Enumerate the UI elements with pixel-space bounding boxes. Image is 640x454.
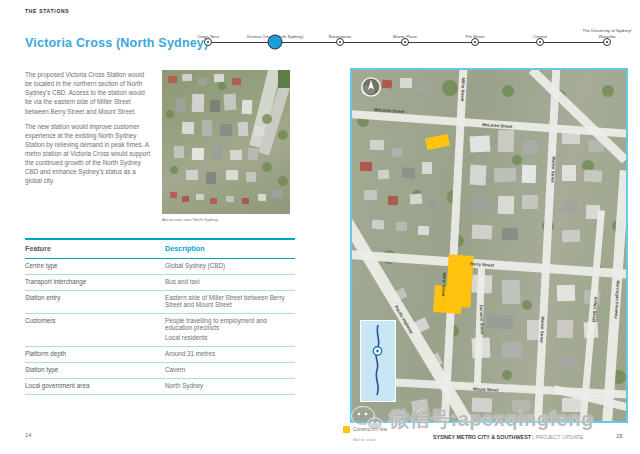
feature-cell: Station type xyxy=(25,366,165,373)
footer-brand: SYDNEY METRO CITY & SOUTHWEST xyxy=(433,434,531,440)
building-block xyxy=(176,98,187,113)
station-marker-icon xyxy=(336,38,344,46)
page-spread: THE STATIONS Victoria Cross (North Sydne… xyxy=(0,0,640,454)
feature-table: Feature Description Centre type Global S… xyxy=(25,238,295,395)
building-block xyxy=(411,399,429,414)
station-marker-icon xyxy=(204,38,212,46)
building-block xyxy=(522,195,538,209)
building-block xyxy=(226,170,238,180)
building-block xyxy=(192,94,205,112)
building-block xyxy=(392,148,403,158)
table-header-row: Feature Description xyxy=(25,238,295,259)
building-block xyxy=(522,140,538,154)
tree-patch xyxy=(278,130,288,140)
tree-patch xyxy=(166,110,174,118)
street-label-miller-north: Miller Street xyxy=(460,77,466,101)
scale-note: Not to scale xyxy=(353,437,376,442)
building-block xyxy=(242,198,249,204)
building-block xyxy=(278,70,290,88)
street-label-arthur: Arthur Street xyxy=(591,296,598,322)
street-label-mount: Mount Street xyxy=(473,386,499,392)
feature-cell: Customers xyxy=(25,317,165,341)
building-block xyxy=(382,79,393,88)
map-canvas: McLaren Street McLaren Street Miller Str… xyxy=(352,70,626,421)
building-block xyxy=(494,168,516,183)
building-block xyxy=(562,230,581,243)
building-block xyxy=(562,398,582,413)
building-block xyxy=(470,135,491,152)
building-block xyxy=(232,78,241,85)
description-cell: People travelling to employment and educ… xyxy=(165,317,295,341)
description-line-2: Local residents xyxy=(165,334,295,341)
section-kicker: THE STATIONS xyxy=(25,8,69,14)
building-block xyxy=(512,400,530,413)
building-block xyxy=(400,78,412,88)
construction-site-north xyxy=(425,134,450,151)
location-map: McLaren Street McLaren Street Miller Str… xyxy=(350,68,628,423)
intro-paragraph-2: The new station would improve customer e… xyxy=(25,122,152,186)
table-row: Local government area North Sydney xyxy=(25,379,295,395)
building-block xyxy=(186,170,198,180)
building-block xyxy=(182,196,189,202)
building-block xyxy=(502,280,521,305)
page-number-right: 15 xyxy=(616,433,623,439)
building-block xyxy=(272,190,282,199)
building-block xyxy=(422,162,432,174)
feature-cell: Centre type xyxy=(25,262,165,269)
feature-cell: Local government area xyxy=(25,382,165,389)
building-block xyxy=(210,100,220,112)
building-block xyxy=(182,74,192,82)
building-block xyxy=(498,130,515,153)
building-block xyxy=(472,397,493,412)
description-cell: Cavern xyxy=(165,366,295,373)
table-header-description: Description xyxy=(165,244,295,253)
building-block xyxy=(370,140,385,151)
building-block xyxy=(223,94,236,111)
tree-patch xyxy=(218,82,226,90)
station-marker-icon xyxy=(471,38,479,46)
building-block xyxy=(562,200,578,213)
building-block xyxy=(238,122,249,137)
tree-patch xyxy=(502,85,514,97)
building-block xyxy=(472,224,493,239)
line-diagram: Crows Nest Victoria Cross (North Sydney)… xyxy=(195,22,635,52)
building-block xyxy=(202,120,213,136)
building-block xyxy=(198,78,207,85)
road-walker-street xyxy=(533,68,561,423)
building-block xyxy=(502,342,523,359)
intro-text: The proposed Victoria Cross Station woul… xyxy=(25,70,152,192)
station-marker-icon xyxy=(536,38,544,46)
road-diagonal-northeast xyxy=(529,68,628,163)
tree-patch xyxy=(512,155,522,165)
building-block xyxy=(372,220,385,230)
building-block xyxy=(226,196,234,202)
building-block xyxy=(378,170,389,180)
building-block xyxy=(248,148,258,160)
building-block xyxy=(502,228,518,241)
building-block xyxy=(472,198,491,213)
building-block xyxy=(192,148,205,161)
building-block xyxy=(469,165,486,186)
intro-paragraph-1: The proposed Victoria Cross Station woul… xyxy=(25,70,152,116)
building-block xyxy=(168,76,177,84)
construction-site-main-wing xyxy=(433,285,463,314)
table-row: Transport interchange Bus and taxi xyxy=(25,275,295,291)
station-marker-active-icon xyxy=(268,35,283,50)
compass-north-icon xyxy=(360,76,382,102)
building-block xyxy=(242,100,253,115)
building-block xyxy=(557,320,574,339)
building-block xyxy=(258,194,266,201)
tree-patch xyxy=(262,162,272,172)
building-block xyxy=(584,169,603,182)
station-marker-icon xyxy=(603,38,611,46)
building-block xyxy=(230,150,243,161)
building-block xyxy=(364,190,377,200)
building-block xyxy=(174,146,184,158)
feature-cell: Station entry xyxy=(25,294,165,308)
table-row: Platform depth Around 31 metres xyxy=(25,347,295,363)
description-cell: North Sydney xyxy=(165,382,295,389)
building-block xyxy=(402,168,416,179)
street-label-denison: Denison Street xyxy=(479,305,485,335)
building-block xyxy=(557,285,576,302)
building-block xyxy=(360,162,372,171)
